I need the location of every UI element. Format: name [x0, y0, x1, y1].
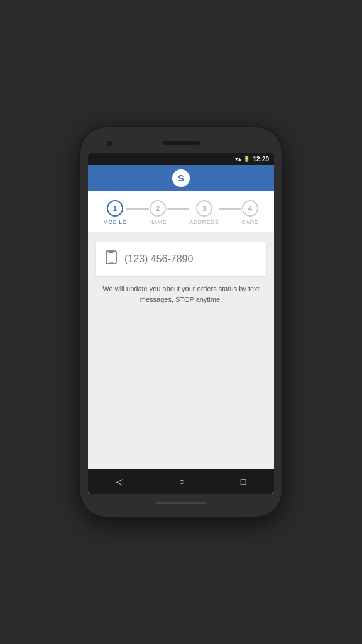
wifi-icon: ▾▴ — [235, 156, 241, 162]
step-progress: 1 MOBILE 2 NAME 3 ADDRESS — [88, 191, 274, 232]
step-4-circle: 4 — [242, 200, 258, 217]
phone-nav-bar: ◁ ○ □ — [88, 469, 274, 494]
step-2-circle: 2 — [150, 200, 166, 217]
app-header: S — [88, 165, 274, 191]
step-2-label: NAME — [149, 219, 167, 225]
step-connector-3 — [219, 208, 241, 210]
phone-input-container[interactable] — [96, 242, 266, 276]
step-4: 4 CARD — [241, 200, 259, 225]
phone-top-bar — [88, 136, 274, 150]
step-1-label: MOBILE — [103, 219, 126, 225]
status-icons: ▾▴ 🔋 — [235, 156, 250, 162]
recent-button[interactable]: □ — [236, 474, 251, 489]
step-3-circle: 3 — [196, 200, 212, 217]
app-content: We will update you about your orders sta… — [88, 232, 274, 469]
phone-input[interactable] — [124, 254, 256, 265]
svg-rect-1 — [109, 262, 114, 263]
back-button[interactable]: ◁ — [111, 474, 128, 489]
svg-rect-2 — [109, 252, 113, 253]
phone-frame: ▾▴ 🔋 12:29 S 1 MOBILE 2 NAME — [80, 127, 282, 517]
app-logo: S — [172, 169, 190, 187]
step-connector-2 — [167, 208, 189, 210]
phone-screen: ▾▴ 🔋 12:29 S 1 MOBILE 2 NAME — [88, 153, 274, 494]
status-bar: ▾▴ 🔋 12:29 — [88, 153, 274, 165]
step-2: 2 NAME — [149, 200, 167, 225]
step-1-circle: 1 — [107, 200, 123, 217]
info-text: We will update you about your orders sta… — [96, 284, 266, 304]
phone-camera — [107, 141, 112, 146]
phone-physical-bottom — [88, 498, 274, 508]
step-3-label: ADDRESS — [189, 219, 219, 225]
step-3: 3 ADDRESS — [189, 200, 219, 225]
step-connector-1 — [126, 208, 149, 210]
phone-speaker — [162, 141, 200, 145]
step-4-label: CARD — [241, 219, 259, 225]
status-bar-time: 12:29 — [253, 156, 269, 163]
phone-input-icon — [106, 250, 117, 267]
step-1: 1 MOBILE — [103, 200, 126, 225]
home-button[interactable]: ○ — [174, 474, 189, 489]
battery-icon: 🔋 — [243, 156, 250, 162]
phone-home-bar — [156, 502, 206, 504]
